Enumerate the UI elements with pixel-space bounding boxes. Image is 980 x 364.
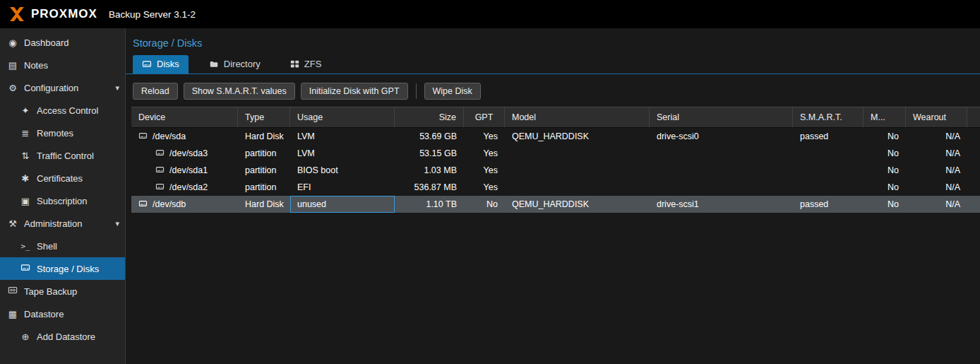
cell-usage[interactable]: EFI bbox=[290, 179, 395, 196]
cell-mounted[interactable]: No bbox=[864, 162, 906, 179]
sidebar-item-datastore[interactable]: ▦ Datastore bbox=[0, 303, 125, 325]
cell-type[interactable]: partition bbox=[238, 162, 290, 179]
cell-smart[interactable]: passed bbox=[793, 128, 864, 145]
cell-size[interactable]: 53.69 GB bbox=[395, 128, 464, 145]
cell-smart[interactable] bbox=[793, 162, 864, 179]
cell-smart[interactable] bbox=[793, 145, 864, 162]
cell-wearout[interactable]: N/A bbox=[906, 128, 967, 145]
wipe-disk-button[interactable]: Wipe Disk bbox=[424, 83, 481, 100]
sidebar-item-certificates[interactable]: ✱ Certificates bbox=[0, 167, 125, 189]
cell-serial[interactable] bbox=[650, 179, 793, 196]
cell-gpt[interactable]: Yes bbox=[464, 162, 505, 179]
sidebar-item-dashboard[interactable]: ◉ Dashboard bbox=[0, 31, 125, 54]
table-row-sda3[interactable]: /dev/sda3 partition LVM 53.15 GB Yes No … bbox=[131, 145, 980, 162]
device-label: /dev/sda1 bbox=[169, 165, 208, 175]
cell-model[interactable] bbox=[505, 179, 650, 196]
cell-usage[interactable]: unused bbox=[290, 196, 395, 213]
cell-model[interactable]: QEMU_HARDDISK bbox=[505, 128, 650, 145]
column-header-mounted[interactable]: M... bbox=[864, 107, 906, 127]
sidebar-item-configuration[interactable]: ⚙ Configuration ▾ bbox=[0, 76, 125, 99]
cell-gpt[interactable]: Yes bbox=[464, 179, 505, 196]
column-header-model[interactable]: Model bbox=[505, 107, 650, 127]
cell-device[interactable]: /dev/sda3 bbox=[131, 145, 238, 162]
sidebar-item-label: Shell bbox=[37, 241, 57, 252]
cell-mounted[interactable]: No bbox=[864, 128, 906, 145]
wrench-icon: ⚒ bbox=[6, 218, 20, 229]
initialize-disk-gpt-button[interactable]: Initialize Disk with GPT bbox=[301, 83, 408, 100]
datastore-icon: ▦ bbox=[6, 309, 20, 319]
disks-table: Device Type Usage Size GPT Model Serial … bbox=[131, 107, 980, 213]
column-header-smart[interactable]: S.M.A.R.T. bbox=[793, 107, 864, 127]
sidebar-item-access-control[interactable]: ✦ Access Control bbox=[0, 99, 125, 122]
cell-smart[interactable]: passed bbox=[793, 196, 864, 213]
sidebar-item-subscription[interactable]: ▣ Subscription bbox=[0, 189, 125, 212]
chevron-down-icon[interactable]: ▾ bbox=[115, 83, 119, 93]
cell-serial[interactable]: drive-scsi0 bbox=[650, 128, 793, 145]
sidebar-item-administration[interactable]: ⚒ Administration ▾ bbox=[0, 212, 125, 235]
column-header-device[interactable]: Device bbox=[131, 107, 238, 127]
cell-type[interactable]: Hard Disk bbox=[238, 196, 290, 213]
scrollbar-gutter bbox=[967, 107, 980, 127]
cell-type[interactable]: partition bbox=[238, 179, 290, 196]
cell-device[interactable]: /dev/sda2 bbox=[131, 179, 238, 196]
table-row-sda2[interactable]: /dev/sda2 partition EFI 536.87 MB Yes No… bbox=[131, 179, 980, 196]
cell-usage[interactable]: LVM bbox=[290, 128, 395, 145]
column-header-type[interactable]: Type bbox=[238, 107, 290, 127]
cell-model[interactable] bbox=[505, 145, 650, 162]
sidebar-item-notes[interactable]: ▤ Notes bbox=[0, 54, 125, 76]
column-header-wearout[interactable]: Wearout bbox=[906, 107, 967, 127]
cell-mounted[interactable]: No bbox=[864, 145, 906, 162]
sidebar-item-shell[interactable]: >_ Shell bbox=[0, 235, 125, 257]
sidebar-item-remotes[interactable]: ≣ Remotes bbox=[0, 122, 125, 144]
show-smart-values-button[interactable]: Show S.M.A.R.T. values bbox=[184, 83, 295, 100]
cell-mounted[interactable]: No bbox=[864, 196, 906, 213]
tab-disks[interactable]: Disks bbox=[133, 55, 189, 74]
cell-usage[interactable]: BIOS boot bbox=[290, 162, 395, 179]
cell-wearout[interactable]: N/A bbox=[906, 145, 967, 162]
sidebar-item-storage-disks[interactable]: Storage / Disks bbox=[0, 257, 125, 280]
reload-button[interactable]: Reload bbox=[133, 83, 178, 100]
cell-gpt[interactable]: No bbox=[464, 196, 505, 213]
column-header-usage[interactable]: Usage bbox=[290, 107, 395, 127]
cell-device[interactable]: /dev/sda1 bbox=[131, 162, 238, 179]
table-row-sdb[interactable]: /dev/sdb Hard Disk unused 1.10 TB No QEM… bbox=[131, 196, 980, 213]
tab-zfs[interactable]: ZFS bbox=[281, 55, 331, 74]
chevron-down-icon[interactable]: ▾ bbox=[115, 219, 119, 228]
cell-size[interactable]: 53.15 GB bbox=[395, 145, 464, 162]
sidebar: ◉ Dashboard ▤ Notes ⚙ Configuration ▾ ✦ … bbox=[0, 28, 126, 364]
cell-wearout[interactable]: N/A bbox=[906, 179, 967, 196]
cell-smart[interactable] bbox=[793, 179, 864, 196]
cell-size[interactable]: 1.10 TB bbox=[395, 196, 464, 213]
toolbar-separator bbox=[416, 83, 417, 99]
traffic-icon: ⇅ bbox=[18, 151, 32, 161]
cell-gpt[interactable]: Yes bbox=[464, 128, 505, 145]
cell-type[interactable]: partition bbox=[238, 145, 290, 162]
cell-wearout[interactable]: N/A bbox=[906, 162, 967, 179]
cell-size[interactable]: 1.03 MB bbox=[395, 162, 464, 179]
sidebar-item-tape-backup[interactable]: Tape Backup bbox=[0, 280, 125, 303]
cell-serial[interactable]: drive-scsi1 bbox=[650, 196, 793, 213]
cell-gpt[interactable]: Yes bbox=[464, 145, 505, 162]
column-header-serial[interactable]: Serial bbox=[650, 107, 793, 127]
cell-type[interactable]: Hard Disk bbox=[238, 128, 290, 145]
table-row-sda[interactable]: /dev/sda Hard Disk LVM 53.69 GB Yes QEMU… bbox=[131, 128, 980, 145]
cell-model[interactable]: QEMU_HARDDISK bbox=[505, 196, 650, 213]
cell-serial[interactable] bbox=[650, 162, 793, 179]
cell-device[interactable]: /dev/sda bbox=[131, 128, 238, 145]
tab-directory[interactable]: Directory bbox=[200, 55, 270, 74]
cell-usage[interactable]: LVM bbox=[290, 145, 395, 162]
cell-size[interactable]: 536.87 MB bbox=[395, 179, 464, 196]
column-header-gpt[interactable]: GPT bbox=[464, 107, 505, 127]
cell-serial[interactable] bbox=[650, 145, 793, 162]
cell-mounted[interactable]: No bbox=[864, 179, 906, 196]
column-header-size[interactable]: Size bbox=[395, 107, 464, 127]
top-bar: PROXMOX Backup Server 3.1-2 bbox=[0, 0, 980, 28]
cell-model[interactable] bbox=[505, 162, 650, 179]
sidebar-item-add-datastore[interactable]: ⊕ Add Datastore bbox=[0, 325, 125, 348]
table-row-sda1[interactable]: /dev/sda1 partition BIOS boot 1.03 MB Ye… bbox=[131, 162, 980, 179]
cell-device[interactable]: /dev/sdb bbox=[131, 196, 238, 213]
tab-label: Directory bbox=[224, 59, 261, 69]
brand-wordmark: PROXMOX bbox=[31, 7, 97, 21]
cell-wearout[interactable]: N/A bbox=[906, 196, 967, 213]
sidebar-item-traffic-control[interactable]: ⇅ Traffic Control bbox=[0, 144, 125, 167]
